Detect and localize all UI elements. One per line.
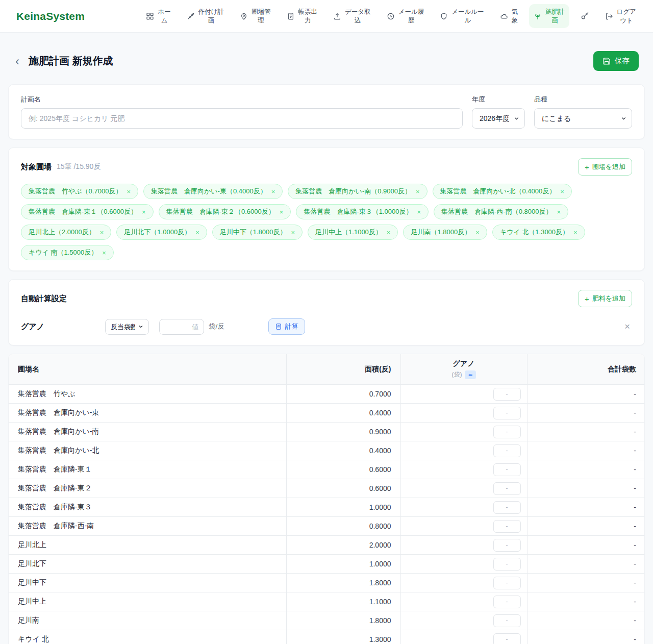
cell-total-bags: - [527, 479, 645, 498]
cell-field-name: 足川南 [9, 611, 286, 630]
guano-bags-input[interactable] [493, 482, 521, 495]
cell-total-bags: - [527, 555, 645, 574]
chip-close-icon[interactable]: × [127, 188, 131, 195]
guano-bags-input[interactable] [493, 407, 521, 419]
approx-badge[interactable]: ≃ [465, 370, 475, 379]
fertilizer-row: グアノ 反当袋数 袋/反 計算 × [21, 318, 632, 335]
chip-close-icon[interactable]: × [142, 208, 146, 216]
add-fertilizer-button[interactable]: + 肥料を追加 [578, 290, 632, 307]
save-button-label: 保存 [615, 56, 630, 66]
field-chip[interactable]: キウイ 南（1.5000反） × [21, 245, 114, 260]
variety-select[interactable]: にこまる [534, 108, 632, 129]
page-head: ‹ 施肥計画 新規作成 保存 [12, 51, 639, 71]
calculate-button[interactable]: 計算 [268, 318, 305, 335]
plan-name-label: 計画名 [21, 95, 463, 104]
field-chip[interactable]: 集落営農 竹やぶ（0.7000反） × [21, 184, 138, 199]
field-chip-list: 集落営農 竹やぶ（0.7000反） × 集落営農 倉庫向かい-東（0.4000反… [21, 184, 632, 260]
cell-guano [400, 423, 527, 441]
chip-close-icon[interactable]: × [416, 188, 420, 195]
nav-item-fertilization-plan[interactable]: 施肥計 画 [529, 4, 569, 28]
field-chip[interactable]: 足川南（1.8000反） × [403, 225, 487, 240]
cell-total-bags: - [527, 611, 645, 630]
chip-close-icon[interactable]: × [195, 229, 199, 236]
back-button[interactable]: ‹ [12, 55, 22, 67]
table-row: 足川南 1.8000 - [9, 611, 645, 630]
chip-close-icon[interactable]: × [475, 229, 480, 236]
guano-bags-input[interactable] [493, 539, 521, 552]
nav-item-mail-history[interactable]: メール履 歴 [382, 4, 429, 28]
nav-item-cropping-plan[interactable]: 作付け計 画 [182, 4, 229, 28]
guano-bags-input[interactable] [493, 577, 521, 589]
nav-item-report-output[interactable]: 帳票出 力 [282, 4, 322, 28]
guano-bags-input[interactable] [493, 558, 521, 571]
nav-item-home[interactable]: ホー ム [141, 4, 175, 28]
cell-area: 0.6000 [286, 460, 400, 479]
year-select[interactable]: 2026年度 [472, 108, 525, 129]
guano-bags-input[interactable] [493, 426, 521, 438]
table-row: 足川北上 2.0000 - [9, 536, 645, 555]
calculator-icon [275, 323, 282, 330]
save-button[interactable]: 保存 [593, 51, 639, 71]
cell-area: 1.1000 [286, 592, 400, 611]
guano-bags-input[interactable] [493, 444, 521, 457]
cell-total-bags: - [527, 630, 645, 644]
field-chip[interactable]: 集落営農 倉庫隣-東３（1.0000反） × [296, 204, 429, 219]
guano-bags-input[interactable] [493, 520, 521, 533]
cell-total-bags: - [527, 441, 645, 460]
field-chip-label: 集落営農 倉庫隣-東２（0.6000反） [166, 207, 275, 216]
field-chip[interactable]: 集落営農 倉庫隣-東２（0.6000反） × [159, 204, 291, 219]
chip-close-icon[interactable]: × [417, 208, 421, 216]
field-chip[interactable]: 集落営農 倉庫向かい-北（0.4000反） × [433, 184, 572, 199]
nav-label: 施肥計 画 [545, 8, 565, 24]
guano-bags-input[interactable] [493, 388, 521, 401]
nav-item-logout[interactable]: ログア ウト [600, 4, 641, 28]
cell-total-bags: - [527, 592, 645, 611]
chip-close-icon[interactable]: × [100, 229, 104, 236]
field-chip[interactable]: 足川北上（2.0000反） × [21, 225, 111, 240]
chip-close-icon[interactable]: × [557, 208, 561, 216]
chip-close-icon[interactable]: × [271, 188, 275, 195]
guano-bags-input[interactable] [493, 614, 521, 627]
col-header-area: 面積(反) [286, 354, 400, 385]
nav-item-field-management[interactable]: 圃場管 理 [235, 4, 275, 28]
nav-label: データ取 込 [345, 8, 371, 24]
cell-area: 1.0000 [286, 555, 400, 574]
guano-bags-input[interactable] [493, 596, 521, 608]
nav-item-api-key[interactable] [576, 8, 594, 24]
chip-close-icon[interactable]: × [560, 188, 564, 195]
guano-bags-input[interactable] [493, 633, 521, 644]
guano-bags-input[interactable] [493, 463, 521, 476]
plan-name-input[interactable] [21, 108, 463, 129]
field-chip[interactable]: 集落営農 倉庫向かい-南（0.9000反） × [288, 184, 427, 199]
cell-guano [400, 385, 527, 404]
document-icon [287, 12, 295, 20]
guano-bags-input[interactable] [493, 501, 521, 514]
field-chip-label: 集落営農 竹やぶ（0.7000反） [29, 187, 122, 196]
field-chip[interactable]: キウイ 北（1.3000反） × [492, 225, 585, 240]
remove-fertilizer-icon[interactable]: × [622, 321, 632, 332]
add-field-button[interactable]: + 圃場を追加 [578, 158, 632, 176]
chip-close-icon[interactable]: × [573, 229, 577, 236]
fertilizer-name: グアノ [21, 322, 105, 332]
field-chip[interactable]: 集落営農 倉庫隣-東１（0.6000反） × [21, 204, 154, 219]
calc-method-select[interactable]: 反当袋数 [105, 319, 149, 335]
field-chip[interactable]: 足川北下（1.0000反） × [116, 225, 207, 240]
field-chip[interactable]: 足川中下（1.8000反） × [212, 225, 303, 240]
chip-close-icon[interactable]: × [291, 229, 295, 236]
chip-close-icon[interactable]: × [280, 208, 284, 216]
field-chip[interactable]: 集落営農 倉庫隣-西-南（0.8000反） × [434, 204, 568, 219]
cell-area: 1.8000 [286, 611, 400, 630]
cell-total-bags: - [527, 385, 645, 404]
plan-form-card: 計画名 年度 2026年度 品種 にこまる [8, 84, 645, 139]
table-row: 集落営農 倉庫隣-東３ 1.0000 - [9, 498, 645, 517]
field-chip[interactable]: 足川中上（1.1000反） × [308, 225, 398, 240]
calc-value-input[interactable] [159, 319, 204, 335]
top-navbar: KeinaSystem ホー ム 作付け計 画 圃場管 理 帳票出 力 データ取… [0, 0, 653, 33]
chip-close-icon[interactable]: × [387, 229, 391, 236]
field-chip[interactable]: 集落営農 倉庫向かい-東（0.4000反） × [143, 184, 283, 199]
nav-item-mail-rules[interactable]: メールルー ル [435, 4, 488, 28]
nav-item-weather[interactable]: 気 象 [495, 4, 523, 28]
field-chip-label: 集落営農 倉庫向かい-南（0.9000反） [295, 187, 411, 196]
chip-close-icon[interactable]: × [102, 249, 106, 257]
nav-item-data-import[interactable]: データ取 込 [329, 4, 375, 28]
